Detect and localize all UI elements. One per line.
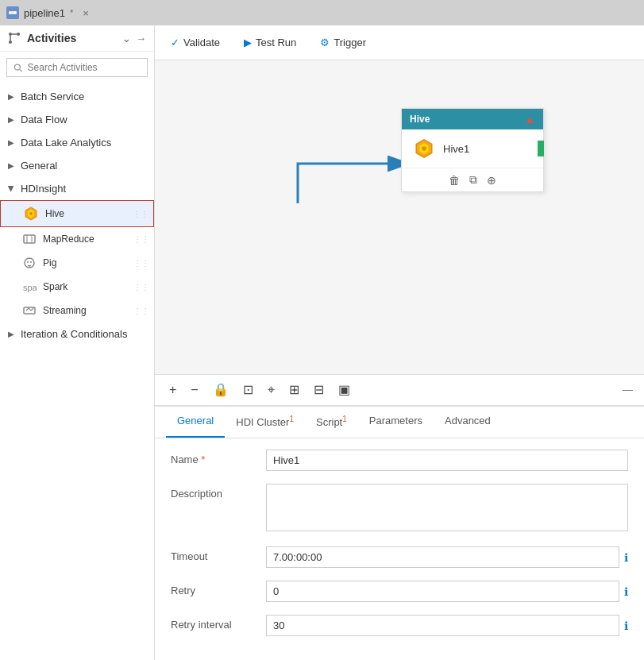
test-run-icon: ▶ [244, 37, 252, 48]
categories-section: ▶ Batch Service ▶ Data Flow ▶ Data Lake … [0, 83, 154, 347]
sidebar-item-data-flow[interactable]: ▶ Data Flow [0, 108, 154, 131]
select-tool[interactable]: ⌖ [264, 380, 278, 400]
trigger-icon: ⚙ [320, 37, 330, 48]
description-input[interactable] [266, 484, 628, 531]
sidebar-actions: ⌄ → [122, 33, 146, 44]
retry-interval-label: Retry interval [171, 615, 266, 631]
pig-label: Pig [43, 257, 56, 268]
properties-tabs: General HDI Cluster1 Script1 Parameters … [155, 407, 644, 438]
svg-point-12 [29, 212, 33, 215]
trigger-label: Trigger [334, 37, 366, 48]
title-bar: pipeline1 * × [0, 0, 644, 25]
batch-service-label: Batch Service [21, 91, 84, 102]
tab-hdi-cluster[interactable]: HDI Cluster1 [225, 407, 305, 438]
svg-text:spark: spark [23, 283, 37, 292]
sidebar: Activities ⌄ → ▶ Batch Service ▶ Data Fl… [0, 25, 155, 660]
tab-advanced[interactable]: Advanced [434, 407, 502, 438]
streaming-icon [22, 303, 37, 318]
sidebar-sub-item-mapreduce[interactable]: MapReduce ⋮⋮ [0, 227, 154, 251]
connect-action[interactable]: ⊕ [487, 174, 496, 187]
retry-input[interactable] [266, 581, 619, 602]
tab-parameters[interactable]: Parameters [358, 407, 434, 438]
add-icon[interactable]: → [136, 33, 146, 44]
activity-card[interactable]: Hive ▲ Hive1 🗑 ⧉ ⊕ [401, 108, 544, 192]
timeout-info-icon[interactable]: ℹ [624, 551, 628, 564]
activity-card-actions: 🗑 ⧉ ⊕ [402, 168, 543, 191]
fit-tool[interactable]: ⊡ [240, 379, 256, 400]
name-label: Name * [171, 450, 266, 465]
hive-card-icon [413, 137, 435, 160]
sidebar-item-general[interactable]: ▶ General [0, 154, 154, 177]
retry-interval-info-icon[interactable]: ℹ [624, 619, 628, 632]
timeout-input[interactable] [266, 546, 619, 568]
svg-point-3 [9, 33, 12, 36]
spark-label: Spark [43, 281, 67, 292]
sidebar-item-iteration[interactable]: ▶ Iteration & Conditionals [0, 322, 154, 345]
drag-handle: ⋮⋮ [133, 307, 149, 315]
tab-script[interactable]: Script1 [305, 407, 358, 438]
spark-icon: spark [22, 280, 37, 294]
align-tool[interactable]: ⊟ [310, 379, 327, 400]
name-input[interactable] [266, 450, 628, 471]
search-input[interactable] [28, 62, 141, 73]
sidebar-sub-item-spark[interactable]: spark Spark ⋮⋮ [0, 275, 154, 299]
retry-info-icon[interactable]: ℹ [624, 585, 628, 598]
sidebar-item-hdinsight[interactable]: ▶ HDInsight [0, 177, 154, 200]
expand-arrow-hdinsight: ▶ [7, 186, 16, 192]
test-run-button[interactable]: ▶ Test Run [239, 33, 301, 52]
sidebar-item-data-lake-analytics[interactable]: ▶ Data Lake Analytics [0, 131, 154, 154]
copy-action[interactable]: ⧉ [469, 173, 477, 187]
script-badge: 1 [342, 415, 347, 423]
expand-arrow: ▶ [8, 330, 14, 338]
expand-arrow: ▶ [8, 138, 14, 147]
retry-interval-input[interactable] [266, 615, 619, 636]
add-tool[interactable]: + [166, 380, 179, 400]
svg-point-18 [30, 261, 32, 263]
view-tool[interactable]: ▣ [335, 379, 353, 400]
validate-icon: ✓ [171, 37, 179, 48]
svg-point-1 [10, 12, 11, 14]
required-indicator: * [201, 454, 205, 465]
sidebar-sub-item-pig[interactable]: Pig ⋮⋮ [0, 251, 154, 275]
activity-card-body: Hive1 [402, 129, 543, 168]
retry-interval-input-wrapper: ℹ [266, 615, 628, 636]
validate-button[interactable]: ✓ Validate [166, 33, 225, 52]
svg-point-24 [422, 146, 426, 151]
remove-tool[interactable]: − [187, 380, 201, 400]
validate-label: Validate [183, 37, 220, 48]
expand-arrow: ▶ [8, 161, 14, 170]
trigger-button[interactable]: ⚙ Trigger [315, 33, 371, 52]
tab-general[interactable]: General [166, 407, 225, 438]
properties-panel: General HDI Cluster1 Script1 Parameters … [155, 406, 644, 660]
modified-indicator: * [70, 8, 73, 17]
iteration-label: Iteration & Conditionals [21, 328, 127, 340]
close-button[interactable]: × [83, 7, 89, 19]
drag-handle: ⋮⋮ [133, 235, 149, 244]
mapreduce-label: MapReduce [43, 234, 94, 245]
sidebar-sub-item-hive[interactable]: Hive ⋮⋮ [0, 200, 154, 227]
sidebar-item-batch-service[interactable]: ▶ Batch Service [0, 85, 154, 108]
minimize-panel[interactable]: — [623, 384, 633, 396]
search-box[interactable] [6, 58, 148, 77]
description-label: Description [171, 484, 266, 500]
description-input-wrapper [266, 484, 628, 534]
form-row-timeout: Timeout ℹ [171, 546, 628, 568]
expand-arrow: ▶ [8, 92, 14, 101]
hive-icon [23, 206, 39, 222]
sidebar-sub-item-streaming[interactable]: Streaming ⋮⋮ [0, 299, 154, 322]
delete-action[interactable]: 🗑 [449, 174, 460, 187]
svg-point-17 [27, 261, 29, 263]
svg-point-5 [9, 41, 12, 44]
svg-rect-13 [24, 235, 35, 243]
svg-point-8 [14, 64, 20, 70]
canvas-area[interactable]: Hive ▲ Hive1 🗑 ⧉ ⊕ [155, 60, 644, 374]
search-icon [13, 63, 23, 73]
grid-tool[interactable]: ⊞ [286, 379, 303, 400]
expand-icon[interactable]: ⌄ [122, 33, 131, 44]
warning-icon: ▲ [524, 113, 535, 125]
lock-tool[interactable]: 🔒 [210, 379, 232, 400]
timeout-label: Timeout [171, 546, 266, 562]
test-run-label: Test Run [256, 37, 296, 48]
drag-handle: ⋮⋮ [133, 259, 149, 268]
streaming-label: Streaming [43, 305, 87, 316]
